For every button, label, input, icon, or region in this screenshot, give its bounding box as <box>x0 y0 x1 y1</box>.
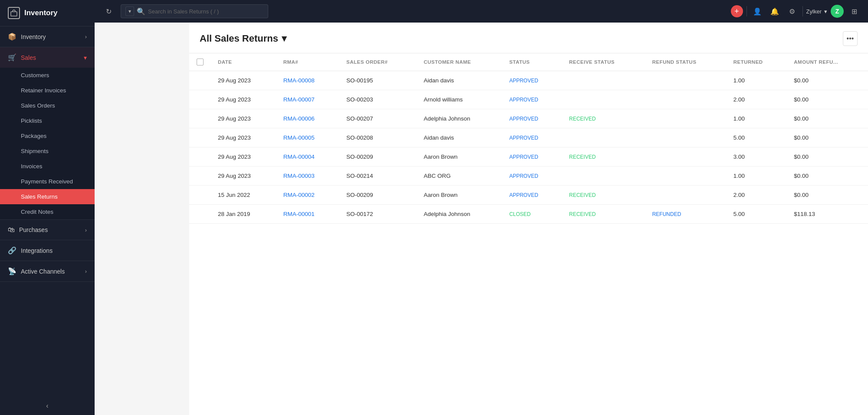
sales-sub-menu: Customers Retainer Invoices Sales Orders… <box>0 68 95 219</box>
row-checkbox-2 <box>189 109 211 128</box>
sidebar-item-sales[interactable]: 🛒 Sales ▾ <box>0 47 95 68</box>
sidebar-item-purchases[interactable]: 🛍 Purchases › <box>0 220 95 240</box>
notifications-button[interactable]: 🔔 <box>768 4 782 18</box>
search-bar: ▾ 🔍 <box>121 4 268 18</box>
sales-orders-label: Sales Orders <box>21 102 55 109</box>
col-rma[interactable]: RMA# <box>276 53 339 71</box>
sidebar-item-credit-notes[interactable]: Credit Notes <box>0 204 95 219</box>
row-customer-3: Aidan davis <box>417 128 502 147</box>
col-status[interactable]: STATUS <box>502 53 562 71</box>
sidebar-item-sales-orders[interactable]: Sales Orders <box>0 98 95 113</box>
table-row: 29 Aug 2023 RMA-00008 SO-00195 Aidan dav… <box>189 71 868 90</box>
sidebar-section-purchases: 🛍 Purchases › <box>0 220 95 240</box>
row-sales-order-2: SO-00207 <box>339 109 417 128</box>
content-header: All Sales Returns ▾ ••• <box>189 23 868 53</box>
chevron-right-icon-channels: › <box>85 268 87 274</box>
sidebar-active-channels-label: Active Channels <box>21 268 65 275</box>
sidebar-item-sales-returns[interactable]: Sales Returns <box>0 189 95 204</box>
users-button[interactable]: 👤 <box>750 4 764 18</box>
select-all-checkbox[interactable] <box>197 59 204 65</box>
avatar[interactable]: Z <box>831 5 844 18</box>
apps-button[interactable]: ⊞ <box>847 4 861 18</box>
row-amount-refund-7: $118.13 <box>787 205 868 224</box>
sidebar-item-payments-received[interactable]: Payments Received <box>0 174 95 189</box>
row-rma-5[interactable]: RMA-00003 <box>276 167 339 186</box>
col-amount-refund[interactable]: AMOUNT REFU... <box>787 53 868 71</box>
gear-icon: ⚙ <box>789 7 795 16</box>
row-receive-status-0 <box>562 71 645 90</box>
sidebar-item-packages[interactable]: Packages <box>0 128 95 144</box>
row-customer-4: Aaron Brown <box>417 147 502 167</box>
sidebar-item-active-channels[interactable]: 📡 Active Channels › <box>0 261 95 281</box>
retainer-invoices-label: Retainer Invoices <box>21 87 66 94</box>
row-sales-order-1: SO-00203 <box>339 90 417 109</box>
table-header-row: DATE RMA# SALES ORDER# CUSTOMER NAME STA… <box>189 53 868 71</box>
picklists-label: Picklists <box>21 118 42 124</box>
sidebar-item-customers[interactable]: Customers <box>0 68 95 83</box>
sidebar-collapse-button[interactable]: ‹ <box>0 397 95 415</box>
sidebar: Inventory 📦 Inventory › 🛒 Sales ▾ Custom… <box>0 0 95 415</box>
sidebar-integrations-label: Integrations <box>21 247 53 254</box>
sidebar-sales-label: Sales <box>21 54 36 61</box>
row-receive-status-5 <box>562 167 645 186</box>
sidebar-item-invoices[interactable]: Invoices <box>0 159 95 174</box>
row-checkbox-6 <box>189 186 211 205</box>
sales-returns-label: Sales Returns <box>21 193 58 200</box>
row-rma-1[interactable]: RMA-00007 <box>276 90 339 109</box>
row-customer-0: Aidan davis <box>417 71 502 90</box>
row-amount-refund-2: $0.00 <box>787 109 868 128</box>
sidebar-item-retainer-invoices[interactable]: Retainer Invoices <box>0 83 95 98</box>
user-menu[interactable]: Zylker ▾ <box>806 8 827 15</box>
row-status-4: APPROVED <box>502 147 562 167</box>
col-date[interactable]: DATE <box>211 53 276 71</box>
row-receive-status-7: RECEIVED <box>562 205 645 224</box>
row-status-2: APPROVED <box>502 109 562 128</box>
more-options-button[interactable]: ••• <box>843 31 858 46</box>
col-returned[interactable]: RETURNED <box>727 53 787 71</box>
search-type-dropdown[interactable]: ▾ <box>125 7 134 16</box>
settings-button[interactable]: ⚙ <box>785 4 799 18</box>
row-customer-2: Adelphia Johnson <box>417 109 502 128</box>
sales-returns-table: DATE RMA# SALES ORDER# CUSTOMER NAME STA… <box>189 53 868 224</box>
row-receive-status-1 <box>562 90 645 109</box>
row-rma-4[interactable]: RMA-00004 <box>276 147 339 167</box>
col-refund-status[interactable]: REFUND STATUS <box>645 53 727 71</box>
collapse-icon: ‹ <box>46 402 48 410</box>
sidebar-item-integrations[interactable]: 🔗 Integrations <box>0 240 95 261</box>
row-rma-0[interactable]: RMA-00008 <box>276 71 339 90</box>
chevron-right-icon-purchases: › <box>85 227 87 233</box>
sidebar-item-inventory[interactable]: 📦 Inventory › <box>0 26 95 47</box>
row-rma-3[interactable]: RMA-00005 <box>276 128 339 147</box>
credit-notes-label: Credit Notes <box>21 209 53 215</box>
row-refund-status-4 <box>645 147 727 167</box>
search-input[interactable] <box>148 8 263 15</box>
row-refund-status-2 <box>645 109 727 128</box>
row-date-3: 29 Aug 2023 <box>211 128 276 147</box>
chevron-right-icon: › <box>85 33 87 40</box>
page-title: All Sales Returns ▾ <box>200 33 286 44</box>
shipments-label: Shipments <box>21 148 49 154</box>
apps-grid-icon: ⊞ <box>852 7 857 16</box>
table-row: 15 Jun 2022 RMA-00002 SO-00209 Aaron Bro… <box>189 186 868 205</box>
row-amount-refund-3: $0.00 <box>787 128 868 147</box>
row-rma-7[interactable]: RMA-00001 <box>276 205 339 224</box>
sidebar-item-picklists[interactable]: Picklists <box>0 113 95 128</box>
col-sales-order[interactable]: SALES ORDER# <box>339 53 417 71</box>
row-sales-order-4: SO-00209 <box>339 147 417 167</box>
add-button[interactable]: + <box>731 5 743 17</box>
row-returned-6: 2.00 <box>727 186 787 205</box>
row-rma-2[interactable]: RMA-00006 <box>276 109 339 128</box>
sidebar-item-shipments[interactable]: Shipments <box>0 144 95 159</box>
refresh-button[interactable]: ↻ <box>102 4 115 18</box>
row-status-7: CLOSED <box>502 205 562 224</box>
row-customer-5: ABC ORG <box>417 167 502 186</box>
row-rma-6[interactable]: RMA-00002 <box>276 186 339 205</box>
integrations-icon: 🔗 <box>8 246 16 255</box>
row-sales-order-6: SO-00209 <box>339 186 417 205</box>
topbar: ↻ ▾ 🔍 + 👤 🔔 ⚙ Zylker ▾ Z ⊞ <box>95 0 868 23</box>
table-row: 29 Aug 2023 RMA-00007 SO-00203 Arnold wi… <box>189 90 868 109</box>
col-receive-status[interactable]: RECEIVE STATUS <box>562 53 645 71</box>
title-chevron-icon[interactable]: ▾ <box>282 33 286 44</box>
user-chevron-icon: ▾ <box>824 8 827 15</box>
col-customer-name[interactable]: CUSTOMER NAME <box>417 53 502 71</box>
